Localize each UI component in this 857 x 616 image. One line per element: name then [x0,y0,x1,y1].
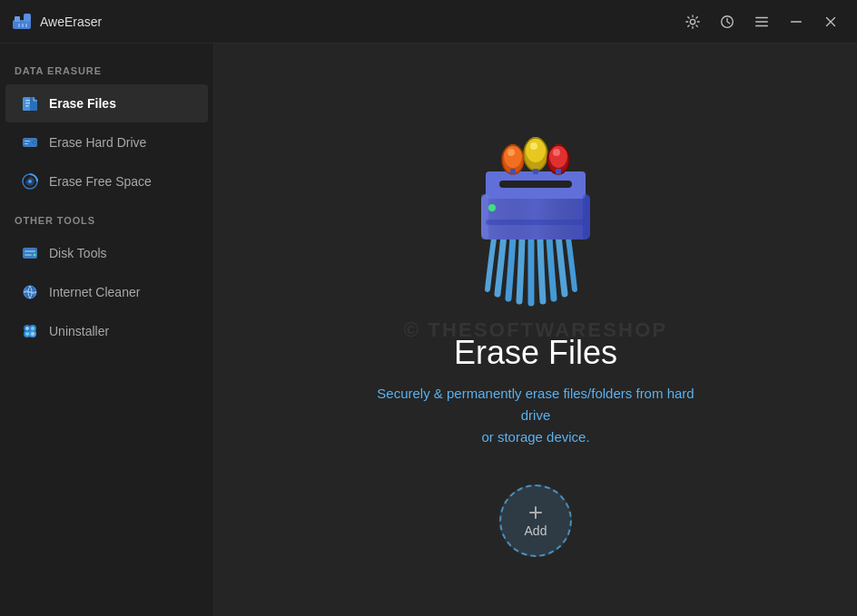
erase-files-icon [20,93,40,113]
svg-point-38 [507,149,515,156]
svg-point-14 [34,142,35,143]
content-title: Erase Files [454,334,617,372]
sidebar-item-uninstaller-label: Uninstaller [49,324,109,338]
sidebar: DATA ERASURE Erase Files [0,44,214,616]
erase-free-space-icon [20,171,40,191]
svg-rect-20 [25,250,35,252]
menu-button[interactable] [746,6,777,37]
settings-button[interactable] [677,6,708,37]
sidebar-item-internet-cleaner[interactable]: Internet Cleaner [5,273,208,311]
add-button[interactable]: Add [499,484,572,557]
svg-rect-16 [25,143,28,144]
svg-rect-5 [25,24,27,27]
sidebar-item-internet-cleaner-label: Internet Cleaner [49,285,140,299]
internet-cleaner-icon [20,282,40,302]
svg-rect-33 [481,194,590,240]
content-area: © THESOFTWARESHOP [214,44,857,616]
erase-hard-drive-icon [20,132,40,152]
svg-point-29 [31,327,34,330]
svg-rect-52 [583,194,590,240]
svg-rect-50 [556,169,561,174]
svg-point-22 [34,254,36,257]
disk-tools-icon [20,243,40,263]
svg-point-6 [690,19,694,24]
svg-point-18 [28,180,32,183]
title-bar: AweEraser [0,0,857,44]
main-layout: DATA ERASURE Erase Files [0,44,857,616]
svg-rect-35 [499,181,572,188]
sidebar-item-erase-hard-drive[interactable]: Erase Hard Drive [5,123,208,161]
close-button[interactable] [815,6,846,37]
sidebar-item-disk-tools-label: Disk Tools [49,246,107,260]
svg-point-46 [553,149,560,156]
svg-rect-11 [25,105,29,107]
sidebar-item-erase-files-label: Erase Files [49,96,116,111]
content-desc-part2: or storage device. [481,429,589,445]
svg-rect-19 [23,248,37,259]
sidebar-item-erase-free-space-label: Erase Free Space [49,174,152,189]
svg-point-42 [530,142,537,150]
svg-rect-49 [533,169,538,174]
sidebar-item-uninstaller[interactable]: Uninstaller [5,312,208,350]
svg-point-54 [488,204,496,211]
plus-icon [527,504,545,522]
other-tools-section-label: OTHER TOOLS [0,215,213,233]
uninstaller-icon [20,321,40,341]
sidebar-item-disk-tools[interactable]: Disk Tools [5,234,208,272]
svg-rect-2 [24,14,31,22]
sidebar-item-erase-free-space[interactable]: Erase Free Space [5,162,208,200]
svg-rect-1 [15,16,20,22]
app-logo [11,11,33,33]
minimize-button[interactable] [781,6,812,37]
svg-rect-15 [25,141,30,142]
svg-rect-53 [486,220,586,225]
app-title: AweEraser [40,15,677,29]
svg-rect-51 [481,194,488,240]
content-description: Securely & permanently erase files/folde… [363,383,708,448]
svg-point-30 [25,332,29,336]
sidebar-item-erase-files[interactable]: Erase Files [5,84,208,122]
add-button-container: Add [499,484,572,557]
sidebar-item-erase-hard-drive-label: Erase Hard Drive [49,135,146,150]
svg-point-31 [31,332,34,336]
data-erasure-section-label: DATA ERASURE [0,65,213,83]
content-desc-part1: Securely & permanently erase files/folde… [377,386,694,423]
svg-point-28 [25,327,29,330]
history-button[interactable] [712,6,743,37]
svg-rect-21 [25,254,32,256]
add-button-label: Add [525,523,547,538]
svg-rect-3 [18,24,20,27]
shredder-illustration [436,103,635,312]
svg-rect-4 [22,24,24,27]
svg-rect-48 [510,169,516,174]
window-controls [677,6,846,37]
